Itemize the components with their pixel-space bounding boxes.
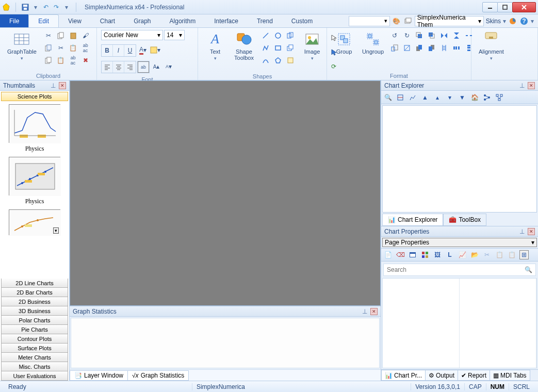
tab-layer-window[interactable]: 📑Layer Window — [70, 370, 128, 381]
format-painter-icon[interactable]: 🖌 — [80, 30, 91, 41]
tab-graph-statistics[interactable]: √xGraph Statistics — [127, 370, 189, 381]
category-item[interactable]: 2D Business — [1, 297, 68, 306]
down-icon[interactable]: ▾ — [445, 93, 454, 102]
theme-combo[interactable]: SimplexNumerica Them▾ — [415, 16, 484, 26]
tab-chart[interactable]: Chart — [91, 14, 124, 27]
circle-shape-icon[interactable] — [272, 30, 284, 41]
rect-shape-icon[interactable] — [272, 42, 284, 54]
polyline-shape-icon[interactable] — [260, 42, 271, 54]
font-color-button[interactable]: A▾ — [137, 44, 149, 56]
thumbnail-item[interactable]: Physics — [2, 157, 67, 205]
tab-mdi[interactable]: ▦MDI Tabs — [490, 370, 530, 381]
flip-v-icon[interactable] — [451, 30, 462, 41]
ladder-icon[interactable] — [438, 42, 450, 54]
skins-label[interactable]: Skins — [486, 18, 501, 25]
tab-trend[interactable]: Trend — [248, 14, 282, 27]
bring-front-icon[interactable] — [414, 30, 425, 41]
file-menu[interactable]: File — [0, 14, 28, 27]
layers-shape-icon[interactable] — [285, 42, 296, 54]
rotate-right-icon[interactable]: ↻ — [401, 30, 413, 41]
save-icon[interactable] — [21, 3, 29, 11]
tab-toolbox[interactable]: 🧰ToolBox — [443, 214, 486, 226]
properties-combo[interactable]: Page Properties▾ — [382, 238, 537, 247]
search-input[interactable] — [387, 266, 525, 273]
zoom-icon[interactable]: 🔍 — [383, 93, 393, 102]
tree2-icon[interactable] — [495, 93, 504, 102]
italic-button[interactable]: I — [113, 45, 124, 56]
grow-font-button[interactable]: A▴ — [151, 61, 162, 72]
search-icon[interactable]: 🔍 — [525, 266, 532, 273]
category-item[interactable]: 2D Line Charts — [1, 279, 68, 288]
close-button[interactable] — [512, 2, 536, 12]
tab-edit[interactable]: Edit — [28, 14, 59, 27]
paste-special-icon[interactable] — [68, 30, 79, 41]
qat-dropdown2-icon[interactable]: ▾ — [62, 3, 71, 11]
highlight-button[interactable]: ▾ — [150, 44, 161, 56]
help-icon[interactable]: ? — [519, 17, 529, 26]
tab-graph[interactable]: Graph — [124, 14, 160, 27]
find-replace-icon[interactable]: abac — [68, 55, 79, 66]
tab-view[interactable]: View — [59, 14, 91, 27]
tab-chart-pr[interactable]: 📊Chart Pr... — [381, 370, 426, 381]
chart-icon[interactable] — [408, 93, 417, 102]
cut-prop-icon[interactable]: ✂ — [482, 250, 492, 259]
expand-icon[interactable]: ▼ — [458, 93, 467, 102]
group-button[interactable]: Group — [331, 30, 357, 56]
font-name-combo[interactable]: Courier New▾ — [101, 30, 163, 40]
paste-icon[interactable]: 📋 — [55, 55, 67, 66]
shape-toolbox-button[interactable]: Shape Toolbox — [231, 30, 257, 62]
delete-icon[interactable]: ✖ — [80, 55, 91, 66]
pin-icon[interactable]: ⊥ — [518, 228, 526, 235]
up-icon[interactable]: ▴ — [433, 93, 442, 102]
image-button[interactable]: Image ▾ — [299, 30, 325, 62]
copy-format-icon[interactable] — [55, 30, 67, 41]
clipboard-icon[interactable]: 📋 — [68, 42, 79, 54]
category-item[interactable]: Meter Charts — [1, 353, 68, 362]
canvas[interactable] — [70, 80, 381, 306]
tab-report[interactable]: ✔Report — [458, 370, 490, 381]
align-left-button[interactable] — [102, 61, 113, 73]
stack-icon[interactable] — [403, 17, 413, 26]
qat-dropdown-icon[interactable]: ▾ — [31, 3, 40, 11]
window-icon[interactable] — [408, 250, 417, 259]
category-item[interactable]: 3D Business — [1, 306, 68, 316]
dist-h-icon[interactable] — [451, 42, 462, 54]
alignment-button[interactable]: Alignment ▾ — [476, 30, 507, 62]
font-size-combo[interactable]: 14▾ — [164, 30, 185, 40]
minimize-button[interactable] — [482, 2, 498, 12]
chart-prop-icon[interactable]: 📈 — [458, 250, 467, 259]
flip-h-icon[interactable] — [438, 30, 450, 41]
close-panel-icon[interactable]: ✕ — [528, 228, 535, 235]
pentagon-shape-icon[interactable] — [272, 55, 284, 66]
resize-icon[interactable] — [401, 42, 413, 54]
send-back-icon[interactable] — [426, 30, 437, 41]
textbox-button[interactable]: ab — [138, 61, 149, 73]
tab-interface[interactable]: Interface — [205, 14, 248, 27]
tree-icon[interactable] — [482, 93, 492, 102]
thumbnail-item[interactable]: Physics — [2, 104, 67, 153]
collapse-icon[interactable]: ▲ — [420, 93, 430, 102]
categorize-icon[interactable]: ⊞ — [519, 250, 529, 259]
align-center-button[interactable] — [113, 61, 124, 73]
line-shape-icon[interactable] — [260, 30, 271, 41]
text-button[interactable]: A Text ▾ — [202, 30, 228, 62]
tab-output[interactable]: ⚙Output — [425, 370, 458, 381]
redo-icon[interactable]: ↷ — [52, 3, 60, 11]
paste-prop-icon[interactable]: 📋 — [507, 250, 516, 259]
palette-icon[interactable]: 🎨 — [392, 17, 401, 26]
category-item[interactable]: Polar Charts — [1, 316, 68, 325]
bold-button[interactable]: B — [102, 45, 113, 56]
grid-prop-icon[interactable] — [420, 250, 430, 259]
replace-icon[interactable]: abac — [80, 42, 91, 54]
pie-icon[interactable] — [508, 17, 517, 26]
underline-button[interactable]: U — [124, 45, 136, 56]
copy-icon[interactable] — [43, 42, 54, 54]
new-icon[interactable]: 📄 — [383, 250, 393, 259]
maximize-button[interactable] — [497, 2, 513, 12]
folder-icon[interactable]: 📂 — [470, 250, 479, 259]
thumb-dropdown-icon[interactable]: ▾ — [53, 227, 59, 234]
pin-icon[interactable]: ⊥ — [361, 308, 368, 315]
thumbnail-item[interactable]: ▾ — [2, 209, 67, 235]
explorer-tree[interactable] — [382, 105, 537, 213]
empty-combo[interactable]: ▾ — [349, 16, 390, 26]
